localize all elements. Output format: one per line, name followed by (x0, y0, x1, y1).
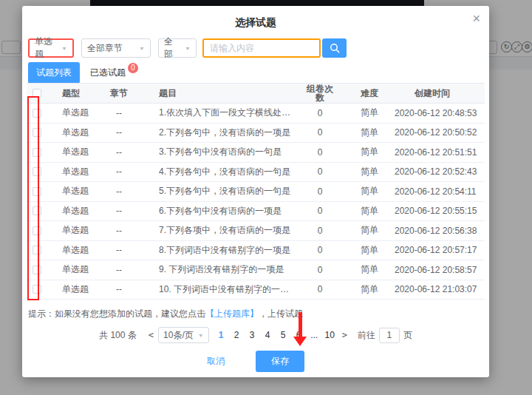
select-question-modal: 选择试题 × 单选题 ▼ 全部章节 ▼ 全部 ▼ 试题列表 已选试题 0 (22, 6, 489, 377)
cell-difficulty: 简单 (344, 283, 395, 296)
goto-page-input[interactable] (379, 328, 400, 343)
table-row: 单选题 -- 8.下列词语中没有错别字的一项是 0 简单 2020-06-12 … (27, 241, 485, 261)
chapter-select[interactable]: 全部章节 ▼ (81, 38, 151, 58)
chevron-down-icon: ▼ (134, 45, 145, 51)
cell-question-type: 单选题 (47, 224, 103, 237)
table-header-row: 题型 章节 题目 组卷次数 难度 创建时间 (27, 83, 485, 104)
cell-difficulty: 简单 (344, 126, 395, 139)
table-row: 单选题 -- 6.下列各句中没有语病的一项是 0 简单 2020-06-12 2… (27, 202, 485, 222)
more-pages-icon[interactable]: ... (308, 330, 321, 340)
table-row: 单选题 -- 10. 下列词语中没有错别字的一项是 0 简单 2020-06-1… (27, 280, 485, 300)
search-input[interactable] (202, 38, 321, 58)
cell-paper-count: 0 (296, 127, 344, 138)
question-type-value: 单选题 (35, 36, 57, 61)
table-row: 单选题 -- 1.依次填入下面一段文字横线处的语句，衔接最... 0 简单 20… (27, 104, 485, 124)
modal-title: 选择试题 (22, 16, 489, 30)
close-icon[interactable]: × (472, 12, 480, 25)
table-row: 单选题 -- 4.下列各句中，没有语病的一句是 0 简单 2020-06-12 … (27, 163, 485, 183)
cell-question-type: 单选题 (47, 185, 103, 198)
header-chapter: 章节 (103, 87, 134, 100)
page-size-value: 10条/页 (163, 329, 194, 342)
cell-question-title: 2.下列各句中，没有语病的一项是 (134, 126, 296, 139)
annotation-checkbox-highlight (27, 96, 39, 300)
cell-question-title: 4.下列各句中，没有语病的一句是 (134, 166, 296, 178)
cell-paper-count: 0 (296, 245, 344, 255)
header-question-type: 题型 (47, 87, 103, 100)
search-button[interactable] (322, 38, 347, 58)
cell-created-time: 2020-06-12 20:57:17 (395, 245, 485, 255)
selected-count-badge: 0 (128, 63, 138, 73)
cell-created-time: 2020-06-12 20:50:52 (395, 127, 485, 138)
prev-page-button[interactable]: < (149, 330, 154, 340)
tab-question-list[interactable]: 试题列表 (28, 62, 80, 84)
cell-paper-count: 0 (296, 284, 344, 294)
cell-created-time: 2020-06-12 21:03:07 (395, 284, 485, 294)
scope-select-value: 全部 (164, 36, 180, 61)
header-paper-count: 组卷次数 (296, 84, 344, 102)
goto-label: 前往 (358, 329, 375, 342)
cell-question-title: 1.依次填入下面一段文字横线处的语句，衔接最... (134, 107, 296, 119)
cell-question-type: 单选题 (47, 283, 103, 296)
cell-chapter: -- (103, 245, 134, 255)
cell-chapter: -- (103, 206, 134, 216)
cell-chapter: -- (103, 284, 134, 294)
page-button-3[interactable]: 3 (246, 330, 259, 340)
cell-chapter: -- (103, 166, 134, 177)
question-table: 题型 章节 题目 组卷次数 难度 创建时间 单选题 -- 1.依次填入下面一段文… (27, 83, 485, 300)
header-created-time: 创建时间 (395, 87, 485, 100)
cell-difficulty: 简单 (344, 244, 395, 257)
header-difficulty: 难度 (344, 87, 395, 100)
upload-bank-link[interactable]: 【上传题库】 (205, 308, 259, 319)
next-page-button[interactable]: > (342, 330, 347, 340)
page-button-2[interactable]: 2 (231, 330, 243, 340)
cell-created-time: 2020-06-12 20:54:11 (395, 186, 485, 197)
cell-question-title: 8.下列词语中没有错别字的一项是 (134, 244, 296, 257)
cell-chapter: -- (103, 127, 134, 138)
hint-suffix: ，上传试题 (259, 308, 303, 319)
cell-created-time: 2020-06-12 20:51:51 (395, 147, 485, 158)
page-button-1[interactable]: 1 (215, 330, 228, 340)
cell-paper-count: 0 (296, 206, 344, 216)
cell-created-time: 2020-06-12 20:58:57 (395, 265, 485, 275)
page-size-select[interactable]: 10条/页 ▼ (158, 327, 209, 343)
scope-select[interactable]: 全部 ▼ (158, 38, 197, 58)
page-button-10[interactable]: 10 (324, 330, 336, 340)
cell-paper-count: 0 (296, 265, 344, 275)
chevron-down-icon: ▼ (198, 332, 204, 338)
table-row: 单选题 -- 7.下列各项中，没有语病的一项是 0 简单 2020-06-12 … (27, 221, 485, 241)
cancel-button[interactable]: 取消 (207, 355, 225, 368)
hint-text: 提示：如果没有您想添加的试题，建议您点击【上传题库】，上传试题 (28, 308, 303, 320)
total-count: 共 100 条 (99, 329, 137, 342)
cell-question-type: 单选题 (47, 205, 103, 217)
cell-paper-count: 0 (296, 186, 344, 197)
table-row: 单选题 -- 9. 下列词语没有错别字的一项是 0 简单 2020-06-12 … (27, 260, 485, 280)
question-type-select[interactable]: 单选题 ▼ (28, 38, 74, 58)
cell-question-type: 单选题 (47, 107, 103, 119)
cell-chapter: -- (103, 226, 134, 236)
save-button[interactable]: 保存 (256, 351, 304, 372)
cell-question-title: 9. 下列词语没有错别字的一项是 (134, 263, 296, 276)
table-row: 单选题 -- 5.下列各句中，没有语病的一句是 0 简单 2020-06-12 … (27, 182, 485, 202)
tab-selected-questions[interactable]: 已选试题 (90, 67, 126, 79)
chevron-down-icon: ▼ (180, 45, 191, 51)
cell-chapter: -- (103, 265, 134, 275)
cell-chapter: -- (103, 186, 134, 197)
chevron-down-icon: ▼ (57, 45, 67, 51)
pagination: 共 100 条 < 10条/页 ▼ 1 2 3 4 5 6 ... 10 > 前… (22, 327, 489, 343)
cell-paper-count: 0 (296, 166, 344, 177)
cell-paper-count: 0 (296, 147, 344, 158)
page: ↻ ⤢ ⚙ 选择试题 × 单选题 ▼ 全部章节 ▼ 全部 ▼ 试题列表 已选试题 (0, 0, 532, 395)
header-title: 题目 (134, 87, 296, 100)
cell-difficulty: 简单 (344, 263, 395, 276)
cell-difficulty: 简单 (344, 146, 395, 158)
cell-created-time: 2020-06-12 20:55:15 (395, 206, 485, 216)
page-button-5[interactable]: 5 (277, 330, 290, 340)
cell-difficulty: 简单 (344, 185, 395, 198)
hint-prefix: 提示：如果没有您想添加的试题，建议您点击 (28, 308, 205, 319)
modal-footer: 取消 保存 (22, 351, 489, 372)
cell-difficulty: 简单 (344, 224, 395, 237)
search-icon (330, 43, 340, 53)
cell-question-title: 5.下列各句中，没有语病的一句是 (134, 185, 296, 198)
page-button-4[interactable]: 4 (262, 330, 274, 340)
cell-created-time: 2020-06-12 20:48:53 (395, 108, 485, 118)
